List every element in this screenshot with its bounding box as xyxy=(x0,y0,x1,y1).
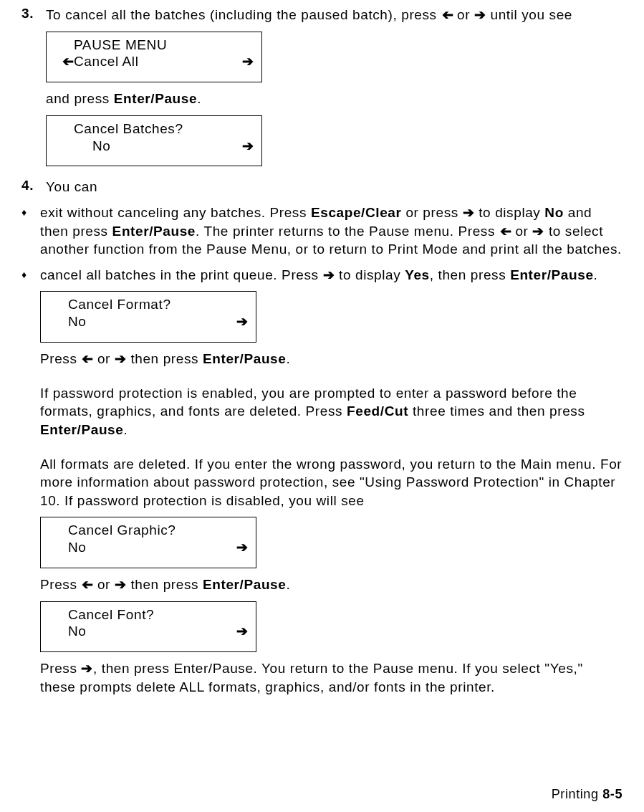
enter-pause: Enter/Pause xyxy=(40,422,123,437)
lcd-line1: PAUSE MENU xyxy=(74,37,234,54)
step-number: 3. xyxy=(21,6,46,22)
press-arrows-line-2: Press or then press Enter/Pause. xyxy=(40,575,623,594)
text: cancel all batches in the print queue. P… xyxy=(40,267,323,282)
arrow-right-icon xyxy=(234,138,254,155)
lcd-line1: Cancel Format? xyxy=(68,296,229,313)
password-paragraph-1: If password protection is enabled, you a… xyxy=(40,384,623,439)
text: then press xyxy=(127,351,203,366)
lcd-line2: No xyxy=(68,313,229,330)
enter-pause: Enter/Pause xyxy=(203,351,286,366)
lcd-line2: Cancel All xyxy=(74,53,234,70)
arrow-right-icon xyxy=(81,661,93,676)
step-4-text: You can xyxy=(46,178,623,196)
period: . xyxy=(123,422,128,437)
text: three times and then press xyxy=(408,403,585,419)
text: until you see xyxy=(486,7,572,22)
lcd-line1: Cancel Batches? xyxy=(74,120,234,138)
arrow-right-icon xyxy=(115,351,127,366)
text: or xyxy=(93,351,115,366)
bullet-exit: ♦ exit without canceling any batches. Pr… xyxy=(21,204,623,259)
arrow-right-icon xyxy=(115,577,127,592)
arrow-right-icon xyxy=(463,205,475,220)
lcd-line1: Cancel Font? xyxy=(68,606,229,624)
text: to display xyxy=(335,267,405,282)
diamond-bullet-icon: ♦ xyxy=(21,266,40,283)
arrow-right-icon xyxy=(323,267,335,282)
step-3-text: To cancel all the batches (including the… xyxy=(46,6,623,24)
text: or xyxy=(93,577,115,592)
final-paragraph: Press , then press Enter/Pause. You retu… xyxy=(40,659,623,696)
lcd-display-pause-menu: PAUSE MENU Cancel All xyxy=(46,32,262,83)
arrow-right-icon xyxy=(474,7,486,22)
diamond-bullet-icon: ♦ xyxy=(21,204,40,221)
footer-label: Printing xyxy=(552,787,602,801)
arrow-right-icon xyxy=(532,224,544,239)
text: to display xyxy=(474,205,544,220)
arrow-left-icon xyxy=(499,222,511,241)
feed-cut: Feed/Cut xyxy=(347,403,408,419)
step-4: 4. You can xyxy=(21,178,623,196)
text: , then press xyxy=(430,267,510,282)
bullet-cancel-all: ♦ cancel all batches in the print queue.… xyxy=(21,266,623,697)
lcd-line2: No xyxy=(68,539,229,556)
lcd-display-cancel-batches: Cancel Batches? No xyxy=(46,115,262,167)
text: or press xyxy=(402,205,463,220)
page-footer: Printing 8-5 xyxy=(552,787,623,802)
press-arrows-line-1: Press or then press Enter/Pause. xyxy=(40,350,623,368)
text: and press xyxy=(46,91,114,106)
password-paragraph-2: All formats are deleted. If you enter th… xyxy=(40,455,623,510)
arrow-right-icon xyxy=(229,539,249,556)
step-3-body: To cancel all the batches (including the… xyxy=(46,6,623,173)
text: then press xyxy=(127,577,203,592)
text: or xyxy=(511,224,533,239)
arrow-left-icon xyxy=(81,350,93,368)
enter-pause: Enter/Pause xyxy=(203,577,286,592)
arrow-right-icon xyxy=(229,623,249,640)
yes-text: Yes xyxy=(405,267,430,282)
text: Press xyxy=(40,661,81,676)
text: To cancel all the batches (including the… xyxy=(46,7,441,22)
lcd-display-cancel-format: Cancel Format? No xyxy=(40,291,256,343)
arrow-right-icon xyxy=(229,313,249,330)
no-text: No xyxy=(544,205,564,220)
text: exit without canceling any batches. Pres… xyxy=(40,205,311,220)
period: . xyxy=(286,351,290,366)
text: Press xyxy=(40,351,81,366)
arrow-right-icon xyxy=(234,53,254,70)
bullet-cancel-text: cancel all batches in the print queue. P… xyxy=(40,266,623,285)
text: or xyxy=(453,7,474,22)
text: , then press Enter/Pause. You return to … xyxy=(40,661,583,694)
enter-pause: Enter/Pause xyxy=(112,224,196,239)
bullet-cancel-body: cancel all batches in the print queue. P… xyxy=(40,266,623,697)
step-number: 4. xyxy=(21,178,46,194)
and-press-line: and press Enter/Pause. xyxy=(46,90,623,108)
lcd-display-cancel-graphic: Cancel Graphic? No xyxy=(40,517,256,568)
period: . xyxy=(286,577,290,592)
lcd-display-cancel-font: Cancel Font? No xyxy=(40,601,256,653)
arrow-left-icon xyxy=(81,575,93,594)
enter-pause: Enter/Pause xyxy=(510,267,593,282)
text: . The printer returns to the Pause menu.… xyxy=(196,224,499,239)
step-3: 3. To cancel all the batches (including … xyxy=(21,6,623,173)
lcd-line1: Cancel Graphic? xyxy=(68,522,229,539)
arrow-left-icon xyxy=(54,53,74,70)
period: . xyxy=(197,91,201,106)
period: . xyxy=(594,267,598,282)
footer-page: 8-5 xyxy=(602,787,623,801)
text: Press xyxy=(40,577,81,592)
arrow-left-icon xyxy=(441,6,453,24)
lcd-line2: No xyxy=(68,623,229,640)
bullet-exit-text: exit without canceling any batches. Pres… xyxy=(40,204,623,259)
lcd-line2: No xyxy=(74,138,234,155)
escape-clear: Escape/Clear xyxy=(311,205,402,220)
enter-pause: Enter/Pause xyxy=(114,91,197,106)
